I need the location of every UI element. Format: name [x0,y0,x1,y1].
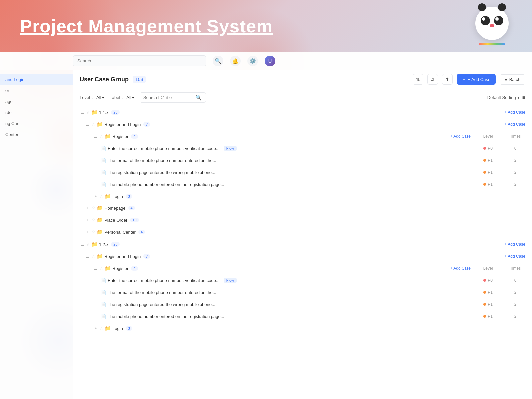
expand-all-button[interactable]: ⇵ [427,74,438,85]
collapse-icon-r2[interactable]: ▬ [93,266,98,271]
star-icon-po[interactable]: ☆ [92,218,95,222]
case-row-8[interactable]: 📄 The mobile phone number entered on the… [73,310,532,322]
star-icon-rl[interactable]: ☆ [92,122,95,127]
folder-icon-po: 📁 [97,217,103,223]
panda-eye-left [481,16,490,25]
times-1: 6 [505,146,525,151]
star-icon-r[interactable]: ☆ [100,134,103,139]
nav-search-input[interactable] [73,55,206,66]
row-actions-r: + Add Case Level Times [450,134,525,139]
collapse-icon-2[interactable]: ▬ [80,242,85,247]
version-label-2: 1.2.x [99,242,108,247]
register-label-2: Register [112,266,128,271]
file-icon-1: 📄 [101,146,106,151]
login-count-2: 3 [126,326,132,331]
collapse-icon-rl2[interactable]: ▬ [85,254,90,259]
label-filter-select[interactable]: All ▾ [126,95,134,100]
case-row-7[interactable]: 📄 The registration page entered the wron… [73,298,532,310]
batch-button[interactable]: ≡ Batch [500,74,525,85]
sidebar-item-4[interactable]: rder [0,107,73,118]
times-5: 6 [505,278,525,283]
star-icon-rl2[interactable]: ☆ [92,254,95,259]
sidebar-item-6[interactable]: Center [0,129,73,140]
sort-button[interactable]: Default Sorting ▾ [487,95,520,100]
register-label-1: Register [112,134,128,139]
star-icon-pc[interactable]: ☆ [92,230,95,234]
place-order-count-1: 10 [130,218,139,222]
page-title: Project Management System [20,16,273,36]
level-col-header-2: Level [475,266,501,271]
batch-icon: ≡ [505,77,507,82]
notification-icon[interactable]: 🔔 [230,56,241,66]
star-icon-login[interactable]: ☆ [100,194,103,199]
settings-icon[interactable]: ⚙️ [247,56,258,66]
register-login-count-2: 7 [143,254,150,259]
expand-icon-login[interactable]: ＋ [93,194,98,199]
homepage-label-1: Homepage [104,206,126,211]
expand-icon-pc[interactable]: ＋ [85,229,90,235]
search-nav-icon[interactable]: 🔍 [213,56,223,66]
sidebar-item-5[interactable]: ng Cart [0,118,73,129]
case-row-1[interactable]: 📄 Enter the correct mobile phone number,… [73,142,532,154]
sidebar-item-label-5: ng Cart [5,121,20,126]
folder-icon-r: 📁 [105,133,111,139]
folder-icon-login: 📁 [105,193,111,199]
collapse-all-button[interactable]: ⇅ [413,74,423,85]
add-case-r-btn[interactable]: + Add Case [450,134,471,139]
sidebar-item-3[interactable]: age [0,96,73,107]
collapse-icon[interactable]: ▬ [80,110,85,115]
login-count-1: 3 [126,194,132,199]
star-icon-login2[interactable]: ☆ [100,326,103,331]
sidebar-item-2[interactable]: er [0,85,73,96]
login-label-2: Login [112,326,123,331]
personal-center-count-1: 4 [138,230,145,234]
sidebar-item-register-login[interactable]: and Login [0,74,73,85]
case-row-2[interactable]: 📄 The format of the mobile phone number … [73,154,532,166]
row-actions-1: + Add Case [505,110,525,115]
sort-lines-icon[interactable]: ≡ [522,95,525,101]
priority-5: P0 [475,278,501,283]
user-avatar[interactable]: U [265,56,275,66]
add-case-inline-btn-2[interactable]: + Add Case [505,242,525,247]
register-login-label-1: Register and Login [104,122,141,127]
row-actions-rl2: + Add Case [505,254,525,259]
file-icon-7: 📄 [101,302,106,307]
case-row-4[interactable]: 📄 The mobile phone number entered on the… [73,178,532,190]
case-row-actions-2: P1 2 [475,158,525,163]
case-label-3: The registration page entered the wrong … [108,170,215,175]
case-row-actions-8: P1 2 [475,314,525,319]
expand-icon-po[interactable]: ＋ [85,217,90,223]
add-case-r2-btn[interactable]: + Add Case [450,266,471,271]
label-filter: Label： All ▾ [110,95,134,101]
section-2: ▬ ☆ 📁 1.2.x 25 + Add Case ▬ ☆ 📁 Register… [73,238,532,334]
case-label-8: The mobile phone number entered on the r… [108,314,224,319]
case-row-actions-3: P1 2 [475,170,525,175]
case-label-6: The format of the mobile phone number en… [108,290,216,295]
search-id-title-input[interactable] [143,95,193,100]
add-case-rl2-btn[interactable]: + Add Case [505,254,525,259]
add-case-inline-btn[interactable]: + Add Case [505,110,525,115]
level-filter-select[interactable]: All ▾ [96,95,104,100]
case-row-3[interactable]: 📄 The registration page entered the wron… [73,166,532,178]
homepage-count-1: 4 [128,206,135,210]
star-icon-2[interactable]: ☆ [86,242,90,247]
star-icon-r2[interactable]: ☆ [100,266,103,271]
export-button[interactable]: ⬆ [442,74,453,85]
case-row-6[interactable]: 📄 The format of the mobile phone number … [73,286,532,298]
chevron-down-icon-2: ▾ [132,95,134,100]
register-row-2: ▬ ☆ 📁 Register 4 + Add Case Level Times [73,262,532,274]
star-icon-hp[interactable]: ☆ [92,206,95,210]
case-row-5[interactable]: 📄 Enter the correct mobile phone number,… [73,274,532,286]
collapse-icon-rl[interactable]: ▬ [85,122,90,127]
page-header: Project Management System [0,0,532,52]
star-icon[interactable]: ☆ [86,110,90,115]
times-4: 2 [505,182,525,187]
add-case-rl-btn[interactable]: + Add Case [505,122,525,127]
search-box: 🔍 [140,92,206,103]
collapse-icon-r[interactable]: ▬ [93,134,98,139]
expand-icon-hp[interactable]: ＋ [85,205,90,211]
group-count-badge: 108 [133,76,146,83]
times-3: 2 [505,170,525,175]
expand-icon-login2[interactable]: ＋ [93,326,98,331]
add-case-button[interactable]: ＋ + Add Case [457,74,496,85]
